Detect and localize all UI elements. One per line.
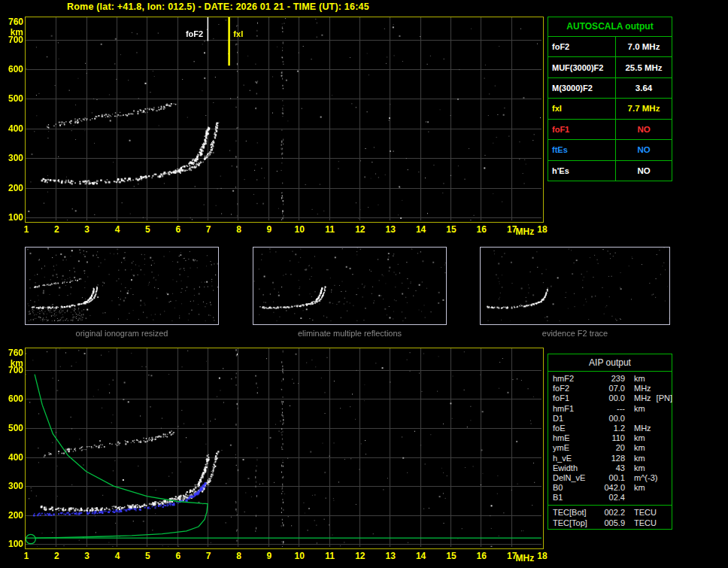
aip-row-B1: B102.4 (553, 493, 672, 503)
aip-row-Ewidth: Ewidth43km (553, 463, 672, 473)
y-tick-top-200: 200 (4, 183, 23, 193)
y-tick-top-400: 400 (4, 123, 23, 134)
autoscala-row-h'Es: h'EsNO (548, 161, 672, 181)
y-tick-bottom-600: 600 (4, 393, 23, 404)
autoscala-table-title: AUTOSCALA output (548, 17, 672, 37)
aip-param-unit: MHz (634, 384, 651, 393)
aip-row-foF1: foF100.0MHz[PN] (553, 393, 672, 403)
aip-param-label: hmE (553, 433, 598, 443)
ionogram-canvas-bottom (26, 348, 541, 547)
aip-param-value: 042.0 (598, 483, 625, 493)
x-tick-bottom-5: 5 (141, 551, 154, 561)
aip-row-TEC[Bot]: TEC[Bot]002.2TECU (553, 508, 672, 518)
x-axis-unit-bottom: MHz (515, 553, 539, 563)
aip-row-TEC[Top]: TEC[Top]005.9TECU (553, 518, 672, 528)
aip-row-foE: foE1.2MHz (553, 424, 672, 433)
aip-param-value: 110 (598, 433, 625, 443)
y-tick-top-760: 760 (4, 17, 23, 27)
aip-output-table: AIP output hmF2239kmfoF207.0MHzfoF100.0M… (548, 354, 672, 530)
x-tick-bottom-1: 1 (20, 551, 33, 561)
aip-param-value: 07.0 (598, 384, 625, 393)
thumbnail-canvas-f2trace (481, 248, 669, 321)
aip-param-label: TEC[Top] (553, 518, 598, 528)
x-tick-bottom-14: 14 (414, 551, 428, 561)
x-tick-top-4: 4 (111, 224, 124, 235)
autoscala-param-label: ftEs (548, 140, 616, 159)
aip-row-D1: D100.0 (553, 414, 672, 424)
aip-param-value: 20 (598, 443, 625, 453)
autoscala-row-foF2: foF27.0 MHz (548, 37, 672, 57)
aip-param-label: foF2 (553, 384, 598, 393)
y-tick-bottom-500: 500 (4, 423, 23, 433)
autoscala-param-label: h'Es (548, 161, 616, 181)
aip-param-value: 005.9 (598, 518, 625, 528)
aip-param-unit: km (634, 454, 645, 463)
aip-param-value: 00.0 (598, 414, 625, 424)
x-tick-bottom-13: 13 (384, 551, 397, 561)
ionogram-canvas-top (26, 17, 541, 220)
aip-param-unit: km (634, 433, 645, 443)
x-tick-bottom-12: 12 (353, 551, 367, 561)
aip-tec-rows: TEC[Bot]002.2TECUTEC[Top]005.9TECU (548, 506, 672, 527)
aip-param-label: Ewidth (553, 463, 598, 473)
aip-param-label: D1 (553, 414, 598, 424)
y-axis-unit-bottom: km (4, 358, 23, 369)
thumbnail-panel-original: original ionogram resized (25, 247, 219, 338)
x-tick-top-8: 8 (232, 224, 245, 235)
y-tick-top-100: 100 (4, 212, 23, 223)
thumbnail-frame-f2trace (480, 247, 670, 325)
aip-param-label: foE (553, 424, 598, 433)
autoscala-param-value: NO (616, 161, 672, 181)
fof2-marker-label: foF2 (173, 29, 203, 38)
autoscala-param-value: 25.5 MHz (616, 57, 672, 77)
x-tick-bottom-6: 6 (171, 551, 185, 561)
y-tick-bottom-100: 100 (4, 539, 23, 549)
autoscala-param-value: 7.7 MHz (616, 99, 672, 118)
aip-row-B0: B0042.0km (553, 483, 672, 493)
x-tick-bottom-16: 16 (475, 551, 488, 561)
aip-param-label: hmF2 (553, 374, 598, 384)
aip-param-unit: km (634, 404, 645, 414)
autoscala-table-rows: foF27.0 MHzMUF(3000)F225.5 MHzM(3000)F23… (548, 37, 672, 181)
ionogram-plot-bottom (25, 348, 544, 549)
x-tick-top-15: 15 (444, 224, 458, 235)
ionogram-plot-top (25, 17, 544, 223)
autoscala-output-table: AUTOSCALA output foF27.0 MHzMUF(3000)F22… (548, 17, 672, 181)
y-tick-bottom-400: 400 (4, 452, 23, 463)
aip-param-value: 00.1 (598, 473, 625, 483)
x-tick-top-6: 6 (171, 224, 185, 235)
x-tick-top-7: 7 (202, 224, 215, 235)
aip-table-title: AIP output (548, 354, 672, 372)
y-tick-bottom-760: 760 (4, 348, 23, 358)
thumbnail-panel-filtered: eliminate multiple reflections (253, 247, 447, 338)
aip-row-hmF2: hmF2239km (553, 374, 672, 384)
fxi-marker-label: fxI (233, 29, 243, 38)
aip-param-value: 002.2 (598, 508, 625, 518)
x-tick-top-3: 3 (80, 224, 94, 235)
thumbnail-frame-original (25, 247, 219, 325)
station-date-title: Rome (lat: +41.8, lon: 012.5) - DATE: 20… (67, 2, 369, 12)
aip-param-value: 00.0 (598, 393, 625, 403)
y-tick-top-500: 500 (4, 93, 23, 104)
aip-row-DelN_vE: DelN_vE00.1m^(-3) (553, 473, 672, 483)
aip-param-label: TEC[Bot] (553, 508, 598, 518)
x-tick-bottom-10: 10 (293, 551, 306, 561)
x-tick-bottom-9: 9 (262, 551, 276, 561)
x-tick-top-16: 16 (475, 224, 488, 235)
aip-param-unit: MHz (634, 393, 651, 403)
thumbnail-frame-filtered (253, 247, 447, 325)
autoscala-param-value: 7.0 MHz (616, 37, 672, 56)
autoscala-param-value: NO (616, 120, 672, 139)
aip-param-value: 02.4 (598, 493, 625, 503)
autoscala-row-ftEs: ftEsNO (548, 140, 672, 160)
autoscala-param-value: 3.64 (616, 78, 672, 98)
aip-param-unit: TECU (634, 508, 657, 518)
y-axis-unit-top: km (4, 27, 23, 38)
aip-param-unit: km (634, 443, 645, 453)
autoscala-param-label: fxI (548, 99, 616, 118)
aip-param-unit: km (634, 483, 645, 493)
x-tick-bottom-11: 11 (323, 551, 337, 561)
aip-row-hmE: hmE110km (553, 433, 672, 443)
autoscala-row-fxI: fxI7.7 MHz (548, 99, 672, 119)
aip-param-label: foF1 (553, 393, 598, 403)
